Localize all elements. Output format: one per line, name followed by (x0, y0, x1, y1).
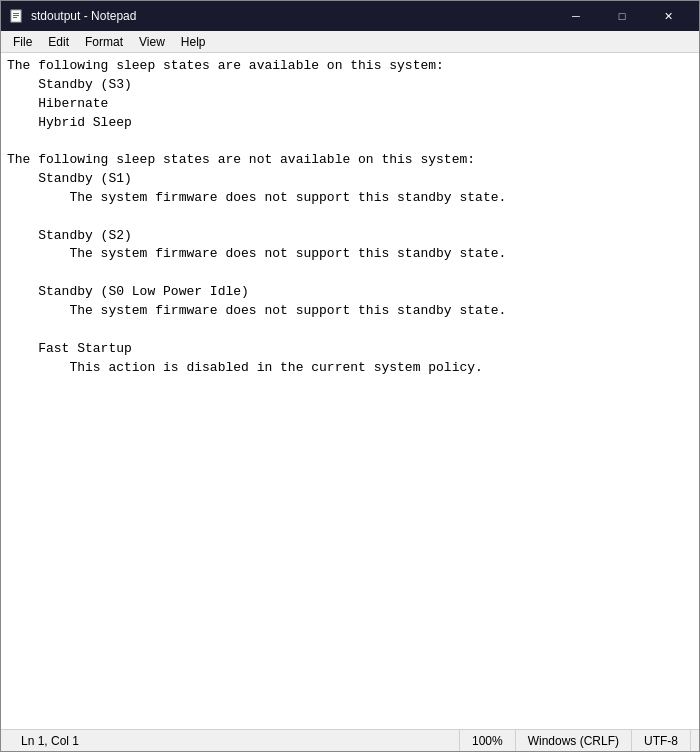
editor-text[interactable]: The following sleep states are available… (1, 53, 699, 729)
editor-scroll-area[interactable]: The following sleep states are available… (1, 53, 699, 729)
status-encoding: UTF-8 (632, 730, 691, 751)
menu-view[interactable]: View (131, 33, 173, 51)
menu-format[interactable]: Format (77, 33, 131, 51)
window-controls: ─ □ ✕ (553, 1, 691, 31)
menu-edit[interactable]: Edit (40, 33, 77, 51)
editor-container: The following sleep states are available… (1, 53, 699, 729)
menu-help[interactable]: Help (173, 33, 214, 51)
app-icon (9, 8, 25, 24)
minimize-button[interactable]: ─ (553, 1, 599, 31)
notepad-window: stdoutput - Notepad ─ □ ✕ File Edit Form… (0, 0, 700, 752)
window-title: stdoutput - Notepad (31, 9, 553, 23)
title-bar: stdoutput - Notepad ─ □ ✕ (1, 1, 699, 31)
status-bar: Ln 1, Col 1 100% Windows (CRLF) UTF-8 (1, 729, 699, 751)
close-button[interactable]: ✕ (645, 1, 691, 31)
svg-rect-2 (13, 15, 19, 16)
status-position: Ln 1, Col 1 (9, 730, 460, 751)
menu-bar: File Edit Format View Help (1, 31, 699, 53)
svg-rect-1 (13, 13, 19, 14)
status-line-ending: Windows (CRLF) (516, 730, 632, 751)
menu-file[interactable]: File (5, 33, 40, 51)
status-zoom: 100% (460, 730, 516, 751)
svg-rect-3 (13, 17, 17, 18)
maximize-button[interactable]: □ (599, 1, 645, 31)
